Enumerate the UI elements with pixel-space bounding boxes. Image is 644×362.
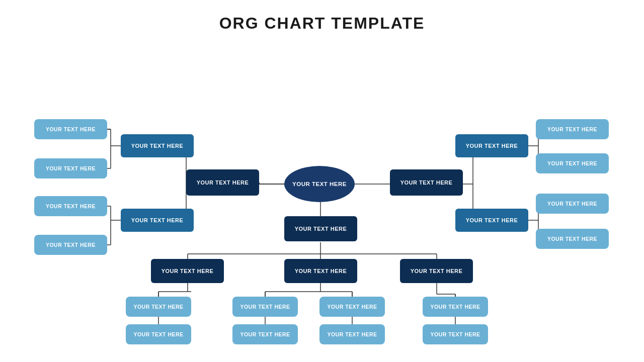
node-rr3: YOUR TEXT HERE xyxy=(536,194,609,214)
br2-label: YOUR TEXT HERE xyxy=(430,331,480,337)
rr2-label: YOUR TEXT HERE xyxy=(547,160,597,166)
ll3-label: YOUR TEXT HERE xyxy=(46,203,96,209)
right1-label: YOUR TEXT HERE xyxy=(400,179,453,186)
below-center-label: YOUR TEXT HERE xyxy=(295,226,347,232)
node-ll1: YOUR TEXT HERE xyxy=(34,119,107,139)
node-bot-mid: YOUR TEXT HERE xyxy=(284,259,357,283)
node-ll2: YOUR TEXT HERE xyxy=(34,158,107,178)
left3-label: YOUR TEXT HERE xyxy=(131,217,184,223)
br1-label: YOUR TEXT HERE xyxy=(430,304,480,310)
left1-label: YOUR TEXT HERE xyxy=(197,179,249,186)
left2-label: YOUR TEXT HERE xyxy=(131,143,184,149)
bot-left-label: YOUR TEXT HERE xyxy=(162,268,214,274)
node-left1: YOUR TEXT HERE xyxy=(186,169,259,196)
node-br1: YOUR TEXT HERE xyxy=(423,297,488,317)
node-rr1: YOUR TEXT HERE xyxy=(536,119,609,139)
node-left3: YOUR TEXT HERE xyxy=(121,209,194,232)
node-center: YOUR TEXT HERE xyxy=(284,166,355,202)
node-below-center: YOUR TEXT HERE xyxy=(284,216,357,241)
bot-mid-label: YOUR TEXT HERE xyxy=(295,268,347,274)
node-right3: YOUR TEXT HERE xyxy=(455,209,528,232)
node-rr2: YOUR TEXT HERE xyxy=(536,153,609,173)
bm2-label: YOUR TEXT HERE xyxy=(240,331,290,337)
bm3-label: YOUR TEXT HERE xyxy=(327,304,377,310)
chart-area: YOUR TEXT HERE YOUR TEXT HERE YOUR TEXT … xyxy=(0,38,644,362)
bm1-label: YOUR TEXT HERE xyxy=(240,304,290,310)
node-bm2: YOUR TEXT HERE xyxy=(232,324,298,344)
node-left2: YOUR TEXT HERE xyxy=(121,134,194,157)
ll4-label: YOUR TEXT HERE xyxy=(46,242,96,248)
node-bl1: YOUR TEXT HERE xyxy=(126,297,191,317)
ll2-label: YOUR TEXT HERE xyxy=(46,165,96,171)
node-right2: YOUR TEXT HERE xyxy=(455,134,528,157)
bm4-label: YOUR TEXT HERE xyxy=(327,331,377,337)
node-bot-right: YOUR TEXT HERE xyxy=(400,259,473,283)
node-bot-left: YOUR TEXT HERE xyxy=(151,259,224,283)
page-title: ORG CHART TEMPLATE xyxy=(0,0,644,33)
center-label: YOUR TEXT HERE xyxy=(292,181,347,187)
node-bm4: YOUR TEXT HERE xyxy=(319,324,385,344)
node-br2: YOUR TEXT HERE xyxy=(423,324,488,344)
bot-right-label: YOUR TEXT HERE xyxy=(411,268,463,274)
right2-label: YOUR TEXT HERE xyxy=(466,143,518,149)
right3-label: YOUR TEXT HERE xyxy=(466,217,518,223)
node-bl2: YOUR TEXT HERE xyxy=(126,324,191,344)
node-ll4: YOUR TEXT HERE xyxy=(34,235,107,255)
rr4-label: YOUR TEXT HERE xyxy=(547,236,597,242)
node-rr4: YOUR TEXT HERE xyxy=(536,229,609,249)
node-bm1: YOUR TEXT HERE xyxy=(232,297,298,317)
bl2-label: YOUR TEXT HERE xyxy=(133,331,183,337)
bl1-label: YOUR TEXT HERE xyxy=(133,304,183,310)
rr3-label: YOUR TEXT HERE xyxy=(547,201,597,207)
rr1-label: YOUR TEXT HERE xyxy=(547,126,597,132)
node-right1: YOUR TEXT HERE xyxy=(390,169,463,196)
node-bm3: YOUR TEXT HERE xyxy=(319,297,385,317)
node-ll3: YOUR TEXT HERE xyxy=(34,196,107,216)
ll1-label: YOUR TEXT HERE xyxy=(46,126,96,132)
